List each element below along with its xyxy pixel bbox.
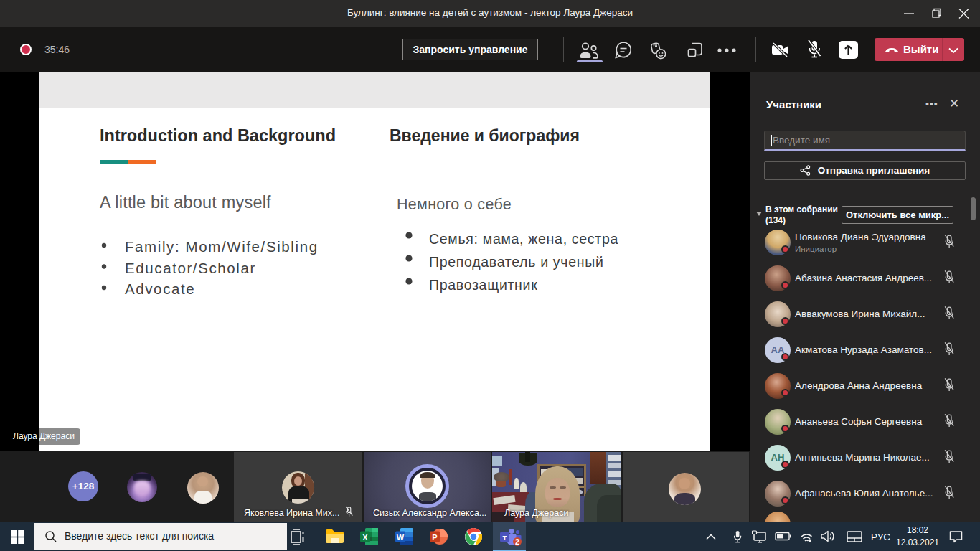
svg-text:2: 2 xyxy=(515,537,519,546)
svg-text:X: X xyxy=(362,533,368,542)
svg-text:T: T xyxy=(503,534,507,542)
svg-text:P: P xyxy=(432,533,437,542)
svg-text:W: W xyxy=(397,533,405,542)
